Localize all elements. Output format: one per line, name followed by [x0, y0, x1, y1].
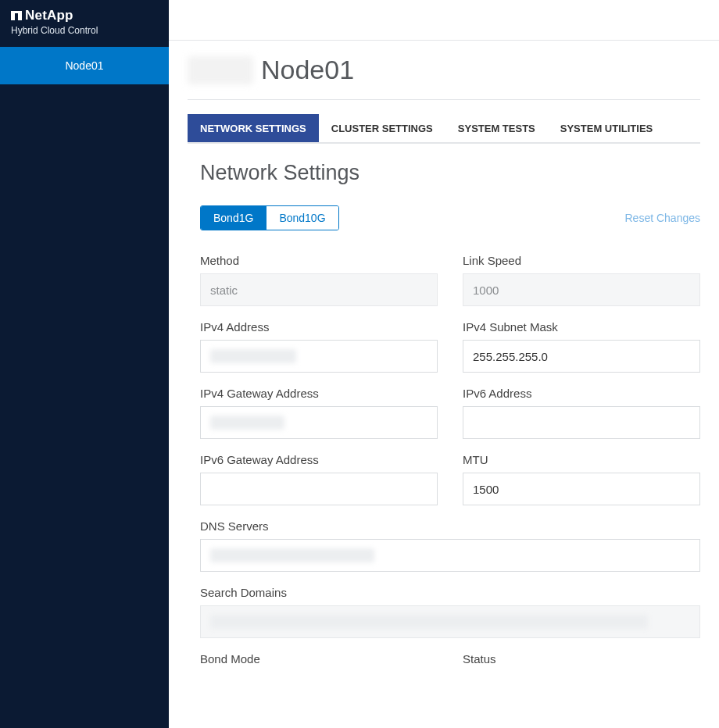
input-ipv4-address[interactable]: [200, 340, 438, 373]
field-mtu: MTU: [463, 453, 700, 505]
brand-subtitle: Hybrid Cloud Control: [11, 25, 158, 36]
label-ipv4-gateway: IPv4 Gateway Address: [200, 387, 438, 400]
reset-changes-link[interactable]: Reset Changes: [624, 212, 700, 224]
redacted-content: [210, 416, 284, 430]
input-dns-servers[interactable]: [200, 539, 700, 572]
input-method: [200, 273, 438, 306]
input-link-speed: [463, 273, 700, 306]
main-panel: Node01 NETWORK SETTINGS CLUSTER SETTINGS…: [169, 0, 719, 728]
topbar: [169, 0, 719, 41]
label-link-speed: Link Speed: [463, 254, 700, 267]
svg-rect-1: [15, 13, 18, 20]
page-title: Node01: [261, 55, 354, 85]
input-ipv6-address[interactable]: [463, 406, 700, 439]
label-ipv6-gateway: IPv6 Gateway Address: [200, 453, 438, 466]
field-ipv4-address: IPv4 Address: [200, 320, 438, 373]
sidebar: NetApp Hybrid Cloud Control Node01: [0, 0, 169, 728]
tab-system-utilities[interactable]: SYSTEM UTILITIES: [548, 114, 665, 142]
subtab-bond10g[interactable]: Bond10G: [266, 206, 338, 230]
brand-name: NetApp: [25, 8, 73, 23]
bond-subtabs: Bond1G Bond10G: [200, 205, 339, 230]
field-link-speed: Link Speed: [463, 254, 700, 306]
network-form: Method Link Speed IPv4 Address IPv4 Subn…: [200, 240, 700, 672]
page-header: Node01 NETWORK SETTINGS CLUSTER SETTINGS…: [169, 41, 719, 144]
redacted-content: [210, 349, 296, 363]
tab-system-tests[interactable]: SYSTEM TESTS: [445, 114, 548, 142]
field-ipv6-gateway: IPv6 Gateway Address: [200, 453, 438, 505]
field-ipv6-address: IPv6 Address: [463, 387, 700, 439]
label-dns-servers: DNS Servers: [200, 519, 700, 533]
field-method: Method: [200, 254, 438, 306]
label-search-domains: Search Domains: [200, 586, 700, 599]
label-ipv4-address: IPv4 Address: [200, 320, 438, 334]
label-status: Status: [463, 652, 700, 666]
section-title: Network Settings: [200, 161, 700, 185]
field-status: Status: [463, 652, 700, 672]
redacted-content: [210, 548, 374, 562]
input-ipv4-gateway[interactable]: [200, 406, 438, 439]
tab-network-settings[interactable]: NETWORK SETTINGS: [188, 114, 319, 142]
field-ipv4-gateway: IPv4 Gateway Address: [200, 387, 438, 439]
input-search-domains[interactable]: [200, 605, 700, 638]
netapp-logo-icon: [11, 10, 22, 21]
label-mtu: MTU: [463, 453, 700, 466]
label-bond-mode: Bond Mode: [200, 652, 438, 666]
field-bond-mode: Bond Mode: [200, 652, 438, 672]
field-dns-servers: DNS Servers: [200, 519, 700, 572]
field-ipv4-subnet-mask: IPv4 Subnet Mask: [463, 320, 700, 373]
sidebar-item-node[interactable]: Node01: [0, 47, 169, 84]
label-ipv4-subnet-mask: IPv4 Subnet Mask: [463, 320, 700, 334]
content-area: Network Settings Bond1G Bond10G Reset Ch…: [169, 144, 719, 672]
page-title-prefix-redacted: [188, 56, 253, 84]
brand-block: NetApp Hybrid Cloud Control: [0, 0, 169, 47]
input-ipv4-subnet-mask[interactable]: [463, 340, 700, 373]
primary-tabs: NETWORK SETTINGS CLUSTER SETTINGS SYSTEM…: [188, 114, 700, 144]
input-ipv6-gateway[interactable]: [200, 473, 438, 505]
field-search-domains: Search Domains: [200, 586, 700, 638]
subtab-bond1g[interactable]: Bond1G: [201, 206, 266, 230]
redacted-content: [210, 615, 648, 629]
input-mtu[interactable]: [463, 473, 700, 505]
label-ipv6-address: IPv6 Address: [463, 387, 700, 400]
label-method: Method: [200, 254, 438, 267]
tab-cluster-settings[interactable]: CLUSTER SETTINGS: [319, 114, 445, 142]
